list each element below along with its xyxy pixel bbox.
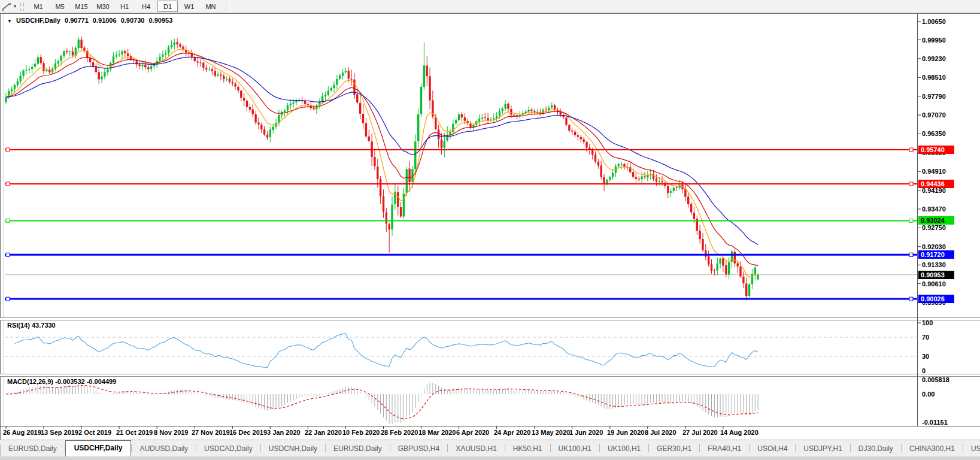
rsi-scale-label: 70 [922, 334, 929, 341]
macd-values: -0.003532 -0.004499 [55, 378, 116, 385]
price-tick-label: 0.93470 [922, 205, 946, 213]
price-tick-label: 0.97790 [922, 93, 946, 100]
mt4-terminal: { "toolbar": { "timeframes": ["M1","M5",… [0, 0, 980, 460]
price-line-tag[interactable]: 0.94436 [918, 180, 954, 188]
current-price-tag: 0.90953 [918, 271, 954, 279]
chart-tab-eurusd-daily[interactable]: EURUSD,Daily [1, 442, 65, 456]
chart-canvas[interactable] [0, 0, 980, 460]
main-rsi-separator[interactable] [0, 317, 980, 320]
rsi-macd-separator[interactable] [0, 374, 980, 377]
price-line-tag[interactable]: 0.95740 [918, 146, 954, 154]
price-tick-label: 0.96350 [922, 130, 946, 137]
price-tick-label: 0.98510 [922, 74, 946, 81]
chart-tab-bar: EURUSD,DailyUSDCHF,DailyAUDUSD,DailyUSDC… [0, 440, 980, 456]
time-axis-line [0, 426, 980, 426]
date-tick-label: 13 Sep 2019 [41, 429, 78, 436]
date-tick-label: 24 Apr 2020 [494, 429, 530, 436]
chart-tab-usoil-h1[interactable]: USOil,H1 [963, 442, 980, 456]
rsi-label: RSI(14) 43.7330 [7, 322, 56, 329]
ohlc-low: 0.90730 [121, 17, 145, 24]
date-tick-label: 28 Feb 2020 [381, 429, 418, 436]
date-tick-label: 27 Nov 2019 [192, 429, 230, 436]
chart-tab-fra40-h1[interactable]: FRA40,H1 [700, 442, 749, 456]
chart-tab-hk50-h1[interactable]: HK50,H1 [505, 442, 550, 456]
rsi-value: 43.7330 [32, 322, 56, 329]
price-tick-label: 0.90610 [922, 280, 946, 288]
chart-tab-usdcnh-daily[interactable]: USDCNH,Daily [261, 442, 325, 456]
macd-scale-label: 0.005818 [922, 376, 949, 383]
date-tick-label: 6 Apr 2020 [456, 429, 489, 436]
date-tick-label: 13 May 2020 [532, 429, 570, 436]
date-tick-label: 27 Jul 2020 [682, 429, 718, 436]
chart-tab-gbpusd-h4[interactable]: GBPUSD,H4 [390, 442, 447, 456]
date-tick-label: 26 Aug 2019 [3, 429, 41, 436]
chart-tab-ger30-h1[interactable]: GER30,H1 [649, 442, 699, 456]
ohlc-open: 0.90771 [65, 17, 89, 24]
date-tick-label: 19 Jun 2020 [607, 429, 644, 436]
chart-tab-usoil-h4[interactable]: USOil,H4 [750, 442, 795, 456]
chart-tab-xauusd-h1[interactable]: XAUUSD,H1 [448, 442, 505, 456]
price-line-tag[interactable]: 0.90026 [918, 295, 954, 303]
price-tick-label: 0.99230 [922, 55, 946, 62]
rsi-scale-label: 100 [922, 319, 933, 326]
date-tick-label: 2 Oct 2019 [78, 429, 111, 436]
date-tick-label: 1 Jun 2020 [569, 429, 603, 436]
price-tick-label: 0.97070 [922, 111, 946, 119]
price-line-tag[interactable]: 0.91720 [918, 250, 954, 259]
price-tick-label: 0.99950 [922, 37, 946, 44]
chart-dropdown-icon[interactable]: ▼ [7, 19, 12, 24]
date-tick-label: 22 Jan 2020 [305, 429, 342, 436]
rsi-scale-label: 0 [922, 367, 926, 374]
macd-scale-label: -0.01151 [922, 419, 948, 426]
price-axis-line [917, 14, 918, 426]
chart-tab-uk100-h1[interactable]: UK100,H1 [600, 442, 648, 456]
chart-tab-uk100-h1[interactable]: UK100,H1 [551, 442, 599, 456]
date-tick-label: 16 Dec 2019 [229, 429, 267, 436]
chart-tab-usdcad-daily[interactable]: USDCAD,Daily [196, 442, 260, 456]
date-tick-label: 14 Aug 2020 [720, 429, 758, 436]
macd-scale-label: 0.00 [922, 391, 935, 398]
date-tick-label: 21 Oct 2019 [116, 429, 153, 436]
chart-tab-dj30-daily[interactable]: DJ30,Daily [851, 442, 901, 456]
chart-header[interactable]: ▼ USDCHF,Daily 0.90771 0.91006 0.90730 0… [7, 17, 175, 24]
date-tick-label: 8 Nov 2019 [154, 429, 188, 436]
ohlc-close: 0.90953 [149, 17, 173, 24]
price-line-tag[interactable]: 0.93024 [918, 216, 954, 225]
macd-label: MACD(12,26,9) -0.003532 -0.004499 [7, 378, 116, 385]
price-tick-label: 0.92750 [922, 224, 946, 231]
date-tick-label: 3 Jan 2020 [267, 429, 301, 436]
price-tick-label: 0.94910 [922, 168, 946, 175]
chart-tab-audusd-daily[interactable]: AUDUSD,Daily [132, 442, 196, 456]
chart-tab-usdchf-daily[interactable]: USDCHF,Daily [65, 440, 132, 456]
chart-symbol-label: USDCHF,Daily [16, 17, 60, 24]
rsi-scale-label: 30 [922, 353, 929, 360]
ohlc-high: 0.91006 [93, 17, 117, 24]
price-tick-label: 0.92030 [922, 243, 946, 250]
price-tick-label: 0.91330 [922, 261, 946, 268]
chart-tab-usdjpy-h1[interactable]: USDJPY,H1 [796, 442, 849, 456]
date-tick-label: 18 Mar 2020 [418, 429, 456, 436]
chart-tab-china300-h1[interactable]: CHINA300,H1 [902, 442, 963, 456]
date-tick-label: 10 Feb 2020 [342, 429, 380, 436]
price-tick-label: 1.00650 [922, 18, 946, 25]
date-tick-label: 8 Jul 2020 [645, 429, 676, 436]
chart-tab-eurusd-daily[interactable]: EURUSD,Daily [326, 442, 390, 456]
